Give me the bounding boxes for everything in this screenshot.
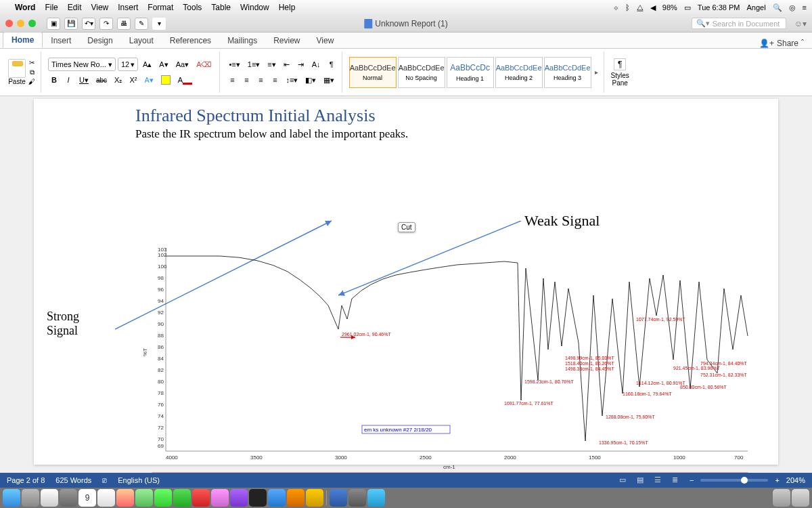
menu-app[interactable]: Word xyxy=(15,3,35,12)
align-center-button[interactable]: ≡ xyxy=(241,73,253,87)
sort-button[interactable]: A↓ xyxy=(309,58,323,71)
outline-button[interactable]: ≣ xyxy=(672,475,683,485)
font-color-button[interactable]: A xyxy=(175,73,195,87)
menu-tools[interactable]: Tools xyxy=(183,3,202,12)
language-indicator[interactable]: English (US) xyxy=(118,476,160,484)
subscript-button[interactable]: X₂ xyxy=(112,73,125,87)
show-marks-button[interactable]: ¶ xyxy=(325,58,338,71)
borders-button[interactable]: ▦▾ xyxy=(321,73,337,87)
spellcheck-icon[interactable]: ⎚ xyxy=(102,476,107,484)
dock-launchpad[interactable] xyxy=(22,489,39,507)
italic-button[interactable]: I xyxy=(62,73,74,87)
tab-design[interactable]: Design xyxy=(79,33,120,48)
justify-button[interactable]: ≡ xyxy=(269,73,281,87)
qat-redo[interactable]: ↷ xyxy=(99,18,113,30)
dock-word[interactable] xyxy=(330,489,347,507)
document-page[interactable]: Infrared Spectrum Initial Analysis Paste… xyxy=(34,99,778,465)
tab-references[interactable]: References xyxy=(162,33,219,48)
menu-help[interactable]: Help xyxy=(279,3,296,12)
dock-app1[interactable] xyxy=(192,489,210,507)
zoom-slider[interactable] xyxy=(700,479,768,482)
shading-button[interactable]: ◧▾ xyxy=(302,73,319,87)
dock-music[interactable] xyxy=(211,489,229,507)
tab-review[interactable]: Review xyxy=(265,33,308,48)
qat-save[interactable]: 💾 xyxy=(64,18,78,30)
focus-mode-button[interactable]: ▭ xyxy=(619,475,630,485)
weak-signal-textbox[interactable]: Weak Signal xyxy=(521,210,603,232)
document-area[interactable]: Infrared Spectrum Initial Analysis Paste… xyxy=(0,96,812,473)
collapse-ribbon-icon[interactable]: ˆ xyxy=(801,39,804,48)
qat-undo[interactable]: ↶▾ xyxy=(82,18,95,30)
menu-file[interactable]: File xyxy=(45,3,58,12)
menu-window[interactable]: Window xyxy=(240,3,269,12)
dock-settings[interactable] xyxy=(60,489,77,507)
align-right-button[interactable]: ≡ xyxy=(255,73,267,87)
dock-app2[interactable] xyxy=(287,489,304,507)
numbering-button[interactable]: 1≡▾ xyxy=(245,58,263,71)
paste-icon[interactable] xyxy=(8,59,26,78)
dock-downloads[interactable] xyxy=(773,489,790,507)
dock-photos[interactable] xyxy=(116,489,134,507)
share-button[interactable]: 👤+ Share ˆ xyxy=(754,39,809,48)
style-normal[interactable]: AaBbCcDdEeNormal xyxy=(349,57,397,88)
menu-table[interactable]: Table xyxy=(211,3,231,12)
superscript-button[interactable]: X² xyxy=(127,73,139,87)
menu-edit[interactable]: Edit xyxy=(68,3,82,12)
tab-view[interactable]: View xyxy=(309,33,342,48)
style-heading3[interactable]: AaBbCcDdEeHeading 3 xyxy=(544,57,591,88)
dock-finder[interactable] xyxy=(3,489,20,507)
dock-maps[interactable] xyxy=(135,489,153,507)
qat-print[interactable]: 🖶 xyxy=(117,18,131,30)
bullets-button[interactable]: •≡▾ xyxy=(227,58,243,71)
mac-menubar[interactable]: Word File Edit View Insert Format Tools … xyxy=(0,0,812,15)
doc-heading[interactable]: Infrared Spectrum Initial Analysis xyxy=(135,106,765,126)
print-layout-button[interactable]: ▤ xyxy=(637,475,648,485)
styles-pane-button[interactable]: ¶ Styles Pane xyxy=(607,51,633,93)
dock-app4[interactable] xyxy=(348,489,366,507)
qat-more[interactable]: ▾ xyxy=(152,18,166,30)
tab-mailings[interactable]: Mailings xyxy=(219,33,265,48)
dock-app5[interactable] xyxy=(367,489,385,507)
dock-reminders[interactable] xyxy=(97,489,115,507)
zoom-level[interactable]: 204% xyxy=(786,476,805,484)
increase-indent-button[interactable]: ⇥ xyxy=(295,58,307,71)
doc-subheading[interactable]: Paste the IR spectrum below and label th… xyxy=(135,127,765,141)
page-indicator[interactable]: Page 2 of 8 xyxy=(7,476,45,484)
style-heading1[interactable]: AaBbCcDcHeading 1 xyxy=(447,57,494,88)
dock-podcasts[interactable] xyxy=(230,489,248,507)
feedback-icon[interactable]: ☺▾ xyxy=(794,19,807,28)
font-name-select[interactable]: Times New Ro...▾ xyxy=(48,58,116,71)
style-no-spacing[interactable]: AaBbCcDdEeNo Spacing xyxy=(398,57,445,88)
text-effects-button[interactable]: A▾ xyxy=(141,73,156,87)
tab-home[interactable]: Home xyxy=(3,32,43,48)
bold-button[interactable]: B xyxy=(48,73,60,87)
spotlight-icon[interactable]: 🔍 xyxy=(773,3,782,12)
styles-more-button[interactable]: ▸ xyxy=(593,68,600,76)
clock[interactable]: Tue 6:38 PM xyxy=(698,3,740,12)
multilevel-button[interactable]: ≡▾ xyxy=(265,58,278,71)
search-in-document[interactable]: 🔍▾ Search in Document xyxy=(692,18,786,29)
decrease-indent-button[interactable]: ⇤ xyxy=(281,58,293,71)
web-layout-button[interactable]: ☰ xyxy=(654,475,665,485)
strong-signal-textbox[interactable]: Strong Signal xyxy=(43,308,111,340)
dock-appstore[interactable] xyxy=(268,489,286,507)
tab-layout[interactable]: Layout xyxy=(121,33,162,48)
siri-icon[interactable]: ◎ xyxy=(789,3,796,12)
menu-insert[interactable]: Insert xyxy=(118,3,138,12)
font-size-select[interactable]: 12▾ xyxy=(118,58,138,71)
tab-insert[interactable]: Insert xyxy=(43,33,79,48)
change-case-button[interactable]: Aa▾ xyxy=(173,58,191,71)
clear-format-button[interactable]: A⌫ xyxy=(194,58,215,71)
dock-facetime[interactable] xyxy=(173,489,191,507)
dock-calendar[interactable]: 9 xyxy=(78,489,96,507)
zoom-button[interactable] xyxy=(28,20,36,27)
dock-safari[interactable] xyxy=(41,489,58,507)
dock-messages[interactable] xyxy=(154,489,172,507)
format-painter-icon[interactable]: 🖌 xyxy=(27,78,37,86)
bluetooth-icon[interactable]: ᛒ xyxy=(625,3,630,12)
shrink-font-button[interactable]: A▾ xyxy=(156,58,171,71)
minimize-button[interactable] xyxy=(17,20,24,27)
dock-trash[interactable] xyxy=(792,489,809,507)
mac-dock[interactable]: 9 xyxy=(0,488,812,508)
zoom-out-button[interactable]: − xyxy=(690,476,694,484)
